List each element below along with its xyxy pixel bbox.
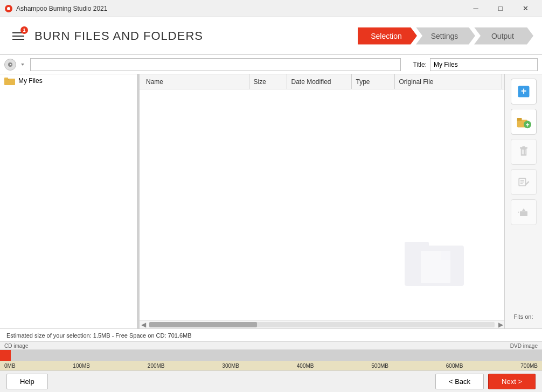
menu-button[interactable]: 1: [9, 26, 28, 46]
bottom-bar: Help < Back Next >: [0, 370, 542, 392]
header: 1 BURN FILES AND FOLDERS Selection Setti…: [0, 17, 542, 55]
scroll-right-btn[interactable]: ▶: [497, 321, 504, 328]
wizard-steps: Selection Settings Output: [358, 27, 533, 45]
path-input[interactable]: [30, 58, 401, 71]
empty-folder-placeholder: [402, 232, 467, 293]
tick-100mb: 100MB: [73, 363, 90, 369]
tree-item-my-files[interactable]: My Files: [0, 74, 137, 87]
tick-200mb: 200MB: [148, 363, 165, 369]
scroll-thumb[interactable]: [149, 322, 257, 327]
capacity-ticks: 0MB 100MB 200MB 300MB 400MB 500MB 600MB …: [0, 361, 542, 370]
main-content: My Files Name Size Date Modified Type Or…: [0, 74, 542, 328]
menu-badge: 1: [20, 26, 28, 34]
file-list-header: Name Size Date Modified Type Original Fi…: [140, 74, 504, 89]
help-button[interactable]: Help: [6, 374, 48, 389]
window-controls: ─ □ ✕: [463, 0, 538, 17]
file-panel: Name Size Date Modified Type Original Fi…: [140, 74, 504, 328]
capacity-labels: CD image DVD image: [0, 341, 542, 350]
tree-item-label: My Files: [18, 77, 43, 85]
svg-text:+: +: [520, 86, 526, 96]
minimize-button[interactable]: ─: [463, 0, 488, 17]
folder-tree: My Files: [0, 74, 137, 328]
disc-title-input[interactable]: [430, 58, 538, 71]
titlebar: Ashampoo Burning Studio 2021 ─ □ ✕: [0, 0, 542, 17]
col-name[interactable]: Name: [142, 74, 249, 89]
status-text: Estimated size of your selection: 1.5MB …: [6, 332, 192, 339]
fits-on-label: Fits on:: [511, 309, 535, 324]
svg-marker-30: [522, 208, 525, 211]
path-arrow-icon: [19, 61, 27, 68]
scroll-left-btn[interactable]: ◀: [140, 321, 147, 328]
add-files-button[interactable]: +: [511, 79, 537, 104]
wizard-step-output[interactable]: Output: [474, 27, 533, 45]
col-size[interactable]: Size: [249, 74, 287, 89]
svg-rect-7: [4, 78, 8, 80]
tick-0mb: 0MB: [4, 363, 16, 369]
path-back-button[interactable]: [4, 59, 16, 71]
close-button[interactable]: ✕: [513, 0, 538, 17]
move-button[interactable]: [511, 199, 537, 225]
rename-button[interactable]: [511, 169, 537, 195]
tools-panel: + +: [504, 74, 542, 328]
tick-500mb: 500MB: [371, 363, 388, 369]
maximize-button[interactable]: □: [488, 0, 513, 17]
title-label: Title:: [413, 61, 427, 68]
svg-point-1: [7, 7, 10, 10]
col-original[interactable]: Original File: [395, 74, 503, 89]
svg-rect-21: [522, 146, 525, 148]
svg-marker-4: [21, 64, 24, 66]
svg-rect-16: [517, 118, 522, 121]
horizontal-scrollbar[interactable]: ◀ ▶: [140, 320, 504, 328]
svg-rect-9: [405, 242, 429, 250]
col-type[interactable]: Type: [352, 74, 395, 89]
svg-text:+: +: [525, 121, 529, 129]
back-button[interactable]: < Back: [435, 374, 484, 389]
svg-rect-29: [520, 211, 527, 216]
wizard-step-selection[interactable]: Selection: [358, 27, 417, 45]
delete-button[interactable]: [511, 139, 537, 165]
file-list-body[interactable]: [140, 89, 504, 320]
folder-icon: [4, 76, 15, 85]
path-bar: Title:: [0, 55, 542, 74]
tick-300mb: 300MB: [222, 363, 239, 369]
tick-600mb: 600MB: [446, 363, 463, 369]
scroll-track[interactable]: [149, 322, 495, 327]
app-title: Ashampoo Burning Studio 2021: [16, 5, 463, 12]
add-folder-button[interactable]: +: [511, 109, 537, 135]
tick-400mb: 400MB: [297, 363, 314, 369]
capacity-fill: [0, 350, 11, 361]
capacity-label-cd: CD image: [4, 343, 28, 349]
page-title: BURN FILES AND FOLDERS: [34, 29, 358, 43]
tick-700mb: 700MB: [520, 363, 538, 369]
status-bar: Estimated size of your selection: 1.5MB …: [0, 328, 542, 341]
capacity-label-dvd: DVD image: [510, 343, 538, 349]
app-icon: [4, 4, 13, 13]
col-date[interactable]: Date Modified: [287, 74, 352, 89]
next-button[interactable]: Next >: [488, 374, 536, 389]
svg-rect-12: [441, 251, 450, 260]
wizard-step-settings[interactable]: Settings: [416, 27, 475, 45]
capacity-bar: [0, 350, 542, 361]
